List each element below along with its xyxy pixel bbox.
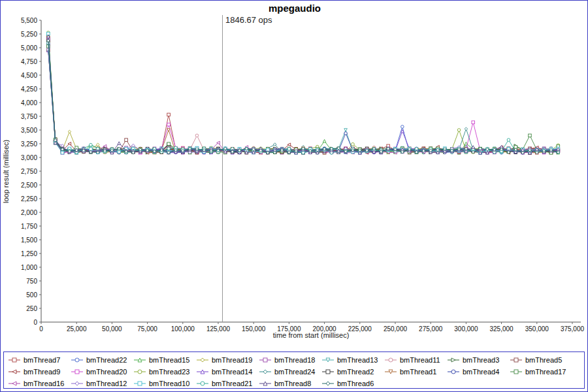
legend-item: bmThread2 — [321, 366, 384, 378]
svg-text:0: 0 — [33, 319, 37, 326]
legend-item: bmThread15 — [133, 354, 196, 366]
svg-text:3,250: 3,250 — [21, 140, 37, 148]
legend-marker-icon — [321, 380, 335, 387]
legend-marker-icon — [259, 368, 272, 375]
legend-marker-icon — [384, 357, 397, 363]
legend-marker-icon — [71, 368, 84, 375]
svg-text:4,250: 4,250 — [21, 86, 37, 93]
legend-marker-icon — [259, 380, 272, 387]
legend-item-label: bmThread16 — [24, 380, 64, 387]
legend-marker-icon — [259, 357, 272, 363]
svg-text:500: 500 — [26, 291, 37, 299]
legend-marker-icon — [71, 357, 84, 363]
legend-marker-icon — [133, 380, 146, 387]
legend-item: bmThread3 — [447, 354, 510, 366]
legend-marker-icon — [510, 368, 523, 375]
legend-marker-icon — [71, 380, 84, 387]
legend-item-label: bmThread11 — [400, 356, 440, 364]
legend-marker-icon — [321, 368, 335, 375]
legend-item: bmThread1 — [384, 366, 447, 378]
svg-text:2,000: 2,000 — [21, 209, 37, 216]
legend-item-label: bmThread2 — [337, 368, 374, 376]
chart-canvas: 02505007501,0001,2501,5001,7502,0002,250… — [1, 1, 588, 348]
legend-item: bmThread9 — [8, 366, 71, 378]
svg-text:2,750: 2,750 — [21, 168, 37, 175]
legend-item-label: bmThread22 — [86, 356, 127, 364]
legend-item-label: bmThread9 — [24, 368, 60, 376]
ops-annotation: 1846.67 ops — [225, 15, 272, 25]
svg-text:250: 250 — [26, 305, 37, 312]
legend-item-label: bmThread3 — [463, 356, 499, 364]
legend-marker-icon — [8, 368, 21, 375]
legend-item-label: bmThread12 — [86, 380, 127, 387]
legend-item-label: bmThread5 — [525, 356, 562, 364]
legend-item: bmThread22 — [71, 354, 133, 366]
legend-marker-icon — [8, 357, 21, 363]
legend-marker-icon — [321, 357, 335, 363]
legend-item-label: bmThread4 — [463, 368, 499, 376]
legend-marker-icon — [8, 380, 21, 387]
legend-item-label: bmThread10 — [149, 380, 189, 387]
legend-item: bmThread12 — [71, 378, 133, 389]
plot-area: 02505007501,0001,2501,5001,7502,0002,250… — [1, 1, 588, 348]
legend-marker-icon — [196, 368, 209, 375]
legend-marker-icon — [384, 368, 397, 375]
svg-text:5,000: 5,000 — [21, 44, 37, 52]
legend-item: bmThread21 — [196, 378, 259, 389]
svg-text:1,000: 1,000 — [21, 264, 37, 271]
legend-item-label: bmThread13 — [337, 356, 378, 364]
legend-item: bmThread19 — [196, 354, 259, 366]
legend-marker-icon — [447, 357, 460, 363]
legend-item-label: bmThread19 — [212, 356, 252, 364]
svg-text:3,000: 3,000 — [21, 154, 37, 161]
legend-item-label: bmThread24 — [274, 368, 315, 376]
legend-item-label: bmThread14 — [212, 368, 252, 376]
legend-item: bmThread5 — [510, 354, 572, 366]
legend-item: bmThread6 — [321, 378, 384, 389]
svg-text:3,500: 3,500 — [21, 127, 37, 134]
legend-item-label: bmThread6 — [337, 380, 374, 387]
svg-text:5,250: 5,250 — [21, 31, 37, 38]
svg-text:750: 750 — [26, 278, 37, 285]
legend-marker-icon — [510, 357, 523, 363]
legend-item-label: bmThread17 — [525, 368, 566, 376]
legend-item-label: bmThread7 — [24, 356, 60, 364]
x-axis-label: time from start (millisec) — [41, 331, 581, 339]
legend-item-label: bmThread8 — [274, 380, 311, 387]
legend-item: bmThread24 — [259, 366, 321, 378]
legend-item-label: bmThread1 — [400, 368, 436, 376]
legend-item: bmThread4 — [447, 366, 510, 378]
svg-text:5,500: 5,500 — [21, 17, 37, 24]
svg-text:1,750: 1,750 — [21, 223, 37, 230]
legend-item: bmThread10 — [133, 378, 196, 389]
legend-item-label: bmThread21 — [212, 380, 252, 387]
svg-text:1,250: 1,250 — [21, 250, 37, 257]
legend-item-label: bmThread18 — [274, 356, 315, 364]
legend-item: bmThread23 — [133, 366, 196, 378]
legend-item: bmThread17 — [510, 366, 572, 378]
svg-text:4,000: 4,000 — [21, 99, 37, 106]
legend-item-label: bmThread20 — [86, 368, 127, 376]
legend-item: bmThread8 — [259, 378, 321, 389]
legend-marker-icon — [133, 357, 146, 363]
legend-item-label: bmThread23 — [149, 368, 189, 376]
legend-item: bmThread18 — [259, 354, 321, 366]
svg-text:4,500: 4,500 — [21, 72, 37, 79]
svg-text:2,500: 2,500 — [21, 182, 37, 189]
legend-item-label: bmThread15 — [149, 356, 189, 364]
legend-item: bmThread13 — [321, 354, 384, 366]
svg-text:3,750: 3,750 — [21, 113, 37, 120]
legend-item: bmThread7 — [8, 354, 71, 366]
legend-marker-icon — [133, 368, 146, 375]
legend-marker-icon — [196, 380, 209, 387]
svg-text:4,750: 4,750 — [21, 58, 37, 65]
chart-window: 02505007501,0001,2501,5001,7502,0002,250… — [0, 0, 588, 392]
legend-marker-icon — [447, 368, 460, 375]
chart-title: mpegaudio — [1, 3, 588, 14]
legend: bmThread7bmThread22bmThread15bmThread19b… — [3, 351, 585, 389]
legend-item: bmThread11 — [384, 354, 447, 366]
legend-item: bmThread20 — [71, 366, 133, 378]
legend-item: bmThread16 — [8, 378, 71, 389]
svg-text:2,250: 2,250 — [21, 195, 37, 203]
svg-text:1,500: 1,500 — [21, 237, 37, 244]
